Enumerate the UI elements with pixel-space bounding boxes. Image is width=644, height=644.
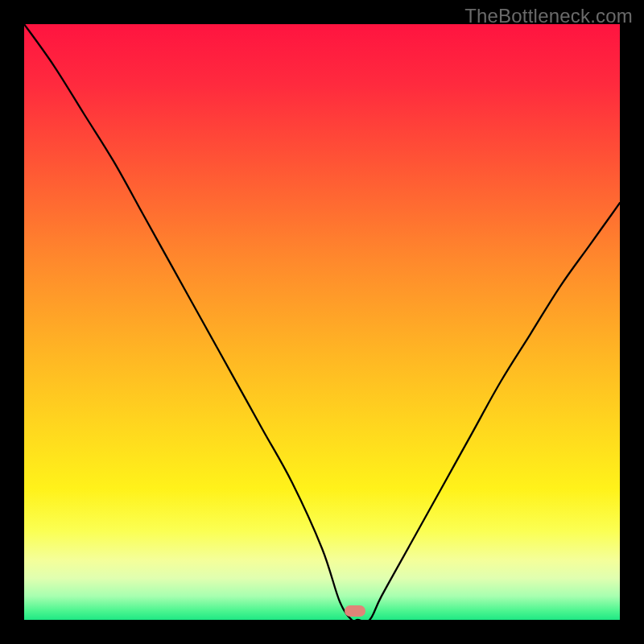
optimal-marker: [345, 605, 365, 617]
plot-svg: [24, 24, 620, 620]
plot-area: [24, 24, 620, 620]
chart-frame: TheBottleneck.com: [0, 0, 644, 644]
gradient-background: [24, 24, 620, 620]
